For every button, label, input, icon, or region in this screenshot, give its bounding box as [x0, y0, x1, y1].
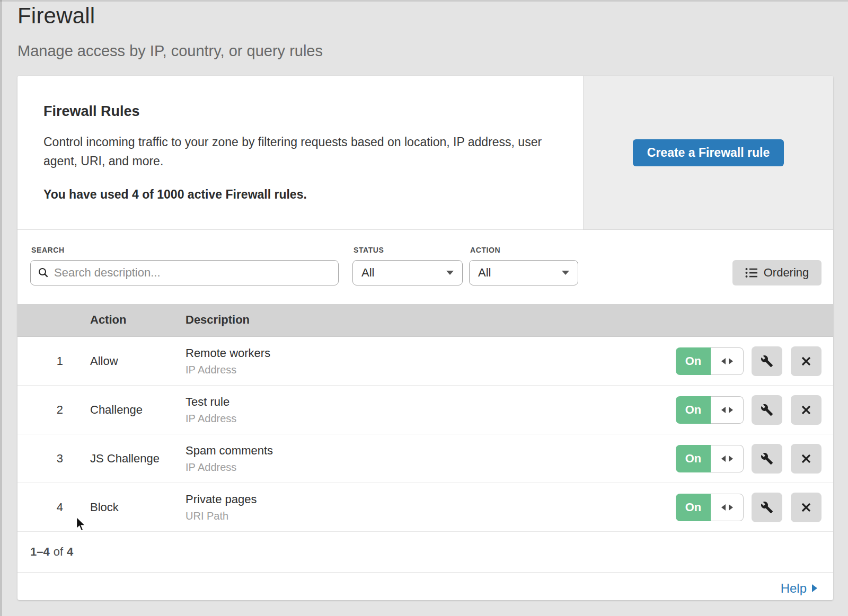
window-edge-top [0, 0, 848, 2]
search-icon [38, 267, 49, 278]
x-icon [801, 453, 811, 464]
rule-description: Test rule IP Address [186, 386, 236, 434]
delete-rule-button[interactable] [791, 395, 822, 425]
rule-action: Allow [90, 337, 118, 386]
help-link[interactable]: Help [781, 581, 817, 596]
table-row: 3 JS Challenge Spam comments IP Address … [17, 434, 833, 483]
card-description: Control incoming traffic to your zone by… [43, 132, 552, 171]
create-rule-panel: Create a Firewall rule [583, 76, 833, 230]
rule-controls: On [676, 434, 822, 483]
search-label: SEARCH [31, 246, 65, 254]
rule-match-type: IP Address [186, 461, 273, 474]
rule-description: Spam comments IP Address [186, 434, 273, 483]
delete-rule-button[interactable] [791, 444, 822, 474]
status-select-value: All [361, 266, 374, 280]
filter-bar: SEARCH STATUS All ACTION All [17, 230, 833, 304]
create-firewall-rule-button[interactable]: Create a Firewall rule [633, 139, 784, 166]
toggle-on-label: On [676, 396, 711, 424]
toggle-on-label: On [676, 347, 711, 375]
help-link-label: Help [781, 581, 807, 596]
ordering-button[interactable]: Ordering [732, 260, 822, 285]
action-label: ACTION [470, 246, 500, 254]
wrench-icon [761, 355, 773, 368]
rule-action: JS Challenge [90, 434, 160, 483]
toggle-arrows-icon [711, 396, 744, 424]
wrench-icon [761, 501, 773, 514]
card-intro: Firewall Rules Control incoming traffic … [43, 103, 573, 202]
wrench-icon [761, 452, 773, 465]
ordering-list-icon [745, 267, 758, 278]
table-row: 2 Challenge Test rule IP Address On [17, 386, 833, 434]
toggle-arrows-icon [711, 445, 744, 472]
rule-enabled-toggle[interactable]: On [676, 347, 744, 375]
rule-title: Test rule [186, 395, 236, 409]
chevron-down-icon [446, 271, 454, 275]
page-subtitle: Manage access by IP, country, or query r… [17, 42, 323, 60]
window-edge-left [0, 0, 2, 616]
rule-action: Block [90, 483, 119, 532]
card-footer: Help [17, 573, 833, 604]
rule-description: Private pages URI Path [186, 483, 257, 532]
edit-rule-button[interactable] [752, 395, 782, 425]
action-select-value: All [478, 266, 491, 280]
pagination-range: 1–4 [30, 545, 50, 559]
search-field[interactable] [30, 260, 339, 285]
firewall-rules-card: Firewall Rules Control incoming traffic … [17, 76, 833, 600]
table-header: Action Description [17, 304, 833, 337]
page-title: Firewall [17, 3, 95, 29]
rule-number: 2 [17, 386, 63, 434]
delete-rule-button[interactable] [791, 493, 822, 522]
action-select[interactable]: All [469, 260, 578, 285]
usage-note: You have used 4 of 1000 active Firewall … [43, 188, 573, 202]
rule-title: Remote workers [186, 346, 270, 360]
x-icon [801, 502, 811, 513]
column-header-description: Description [186, 313, 250, 327]
status-select[interactable]: All [352, 260, 463, 285]
toggle-arrows-icon [711, 347, 744, 375]
rule-enabled-toggle[interactable]: On [676, 396, 744, 424]
chevron-down-icon [562, 271, 569, 275]
rule-description: Remote workers IP Address [186, 337, 270, 386]
x-icon [801, 405, 811, 415]
rule-match-type: IP Address [186, 364, 270, 376]
wrench-icon [761, 404, 773, 416]
rule-match-type: URI Path [186, 510, 257, 522]
card-top-section: Firewall Rules Control incoming traffic … [17, 76, 833, 230]
rule-match-type: IP Address [186, 413, 236, 425]
table-row: 4 Block Private pages URI Path On [17, 483, 833, 532]
table-row: 1 Allow Remote workers IP Address On [17, 337, 833, 386]
pagination-total: 4 [67, 545, 73, 559]
column-header-action: Action [90, 313, 126, 327]
edit-rule-button[interactable] [752, 444, 782, 474]
status-label: STATUS [354, 246, 384, 254]
pagination-of: of [54, 545, 63, 559]
toggle-arrows-icon [711, 494, 744, 521]
rule-controls: On [676, 483, 822, 532]
rule-number: 4 [17, 483, 63, 532]
rule-enabled-toggle[interactable]: On [676, 494, 744, 521]
rule-controls: On [676, 386, 822, 434]
toggle-on-label: On [676, 445, 711, 472]
help-arrow-icon [812, 584, 817, 592]
x-icon [801, 356, 811, 367]
card-heading: Firewall Rules [43, 103, 573, 120]
rule-title: Private pages [186, 493, 257, 506]
ordering-button-label: Ordering [764, 266, 809, 280]
pagination: 1–4 of 4 [17, 532, 833, 573]
rule-controls: On [676, 337, 822, 386]
rule-number: 1 [17, 337, 63, 386]
rule-title: Spam comments [186, 444, 273, 458]
rule-enabled-toggle[interactable]: On [676, 445, 744, 472]
search-input[interactable] [54, 266, 331, 280]
edit-rule-button[interactable] [752, 346, 782, 376]
delete-rule-button[interactable] [791, 346, 822, 376]
toggle-on-label: On [676, 494, 711, 521]
rule-action: Challenge [90, 386, 143, 434]
rule-number: 3 [17, 434, 63, 483]
edit-rule-button[interactable] [752, 493, 782, 522]
